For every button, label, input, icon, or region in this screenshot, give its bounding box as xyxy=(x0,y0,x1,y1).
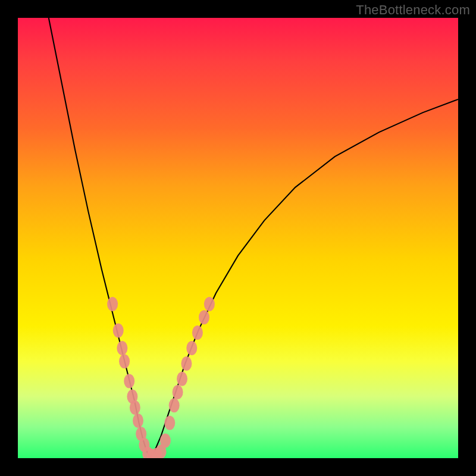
marker-point xyxy=(192,325,203,340)
marker-point xyxy=(186,341,197,355)
marker-group xyxy=(107,297,215,458)
right-curve xyxy=(150,99,458,458)
marker-point xyxy=(169,398,180,412)
plot-area xyxy=(18,18,458,458)
marker-point xyxy=(181,356,192,371)
marker-point xyxy=(173,385,183,399)
marker-point xyxy=(107,297,118,311)
chart-svg xyxy=(18,18,458,458)
marker-point xyxy=(119,354,130,368)
marker-point xyxy=(164,416,175,430)
marker-point xyxy=(113,323,124,337)
marker-point xyxy=(133,414,143,428)
marker-point xyxy=(160,433,171,447)
chart-frame: TheBottleneck.com xyxy=(0,0,476,476)
marker-point xyxy=(124,374,134,389)
watermark-text: TheBottleneck.com xyxy=(356,2,470,18)
marker-point xyxy=(204,297,215,311)
marker-point xyxy=(117,341,127,355)
marker-point xyxy=(199,310,209,324)
marker-point xyxy=(177,372,187,386)
marker-point xyxy=(130,400,140,415)
